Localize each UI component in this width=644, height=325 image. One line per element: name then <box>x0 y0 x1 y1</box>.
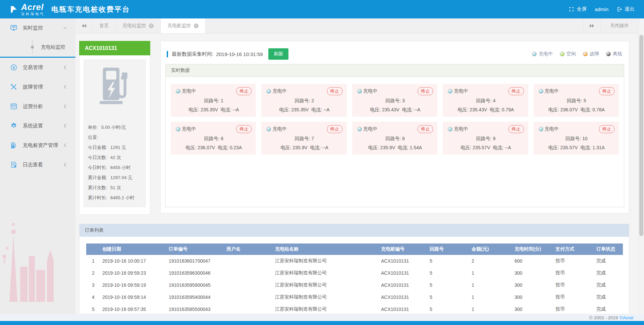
fault-icon <box>10 83 17 91</box>
cell-created-date: 2019-10-16 09:59:14 <box>100 291 167 303</box>
chevron-left-icon <box>63 85 67 89</box>
status-label: 充电中 <box>182 126 196 132</box>
cell-circuit-number: 5 <box>428 291 470 303</box>
legend-item: 故障 <box>583 51 599 57</box>
circuit-card-header: 充电中 终止 <box>266 125 342 133</box>
collect-info-row: 最新数据采集时间: 2019-10-16 10:31:59 刷新 充电中 空闲 … <box>167 48 622 60</box>
close-operations-button[interactable]: 关闭操作 <box>600 18 638 33</box>
tabbar-spacer <box>206 18 583 33</box>
terminate-button[interactable]: 终止 <box>236 87 252 95</box>
sidebar-item-realtime-monitor[interactable]: 实时监控 <box>0 18 75 37</box>
circuit-number: 回路号: 9 <box>448 136 524 142</box>
brand-link[interactable]: ©Acrel <box>620 315 633 320</box>
station-stats: 单价:5.00 小时/元 位置: 今日金额:1291 元 今日次数:42 次 今… <box>88 122 146 203</box>
table-row[interactable]: 3 2019-10-16 09:59:19 1910163595900045 江… <box>86 279 623 291</box>
cell-charge-minutes: 300 <box>513 267 553 279</box>
sidebar-item[interactable]: 日志查看 <box>0 155 75 174</box>
user-menu[interactable]: admin <box>595 6 608 12</box>
circuit-card-header: 充电中 终止 <box>176 125 252 133</box>
stat-label: 今日次数: <box>88 155 107 160</box>
cell-amount: 1 <box>470 291 513 303</box>
realtime-panel: 最新数据采集时间: 2019-10-16 10:31:59 刷新 充电中 空闲 … <box>160 41 629 213</box>
status-charging-icon <box>539 127 543 131</box>
sidebar-item-label: 交易管理 <box>23 64 43 71</box>
stat-value: 1297.04 元 <box>110 175 132 180</box>
table-row[interactable]: 1 2019-10-16 10:00:17 1910163601700047 江… <box>86 255 623 267</box>
circuit-card-header: 充电中 终止 <box>266 87 342 95</box>
fullscreen-button[interactable]: 全屏 <box>569 6 587 12</box>
cell-username <box>224 303 273 314</box>
cell-circuit-number: 5 <box>428 255 470 267</box>
circuit-measurements: 电压: 236.07V 电流: 0.78A <box>539 107 614 113</box>
sidebar-item[interactable]: 运营分析 <box>0 97 75 116</box>
cell-created-date: 2019-10-16 10:00:17 <box>100 255 167 267</box>
terminate-button[interactable]: 终止 <box>418 125 433 133</box>
refresh-button[interactable]: 刷新 <box>268 48 288 60</box>
circuit-card-header: 充电中 终止 <box>539 125 614 133</box>
terminate-button[interactable]: 终止 <box>418 87 433 95</box>
table-row[interactable]: 5 2019-10-16 09:57:35 1910163585500043 江… <box>86 303 623 314</box>
cell-station-name: 江苏安科瑞制造有限公司 <box>273 291 379 303</box>
cell-station-name: 江苏安科瑞制造有限公司 <box>273 279 379 291</box>
footer-blue-strip <box>0 321 644 325</box>
logout-button[interactable]: 退出 <box>616 6 635 12</box>
tab-bar: 首页 充电站监控 × 充电桩监控 × 关闭操作 <box>75 18 638 34</box>
table-row[interactable]: 2 2019-10-16 09:59:23 1910163596300046 江… <box>86 267 623 279</box>
sidebar-item[interactable]: 充电桩资产管理 <box>0 136 75 155</box>
cell-order-status: 完成 <box>594 291 623 303</box>
collect-time-value: 2019-10-16 10:31:59 <box>216 51 263 57</box>
fullscreen-label: 全屏 <box>577 6 587 12</box>
terminate-button[interactable]: 终止 <box>599 125 614 133</box>
cell-pile-number: ACX1010131 <box>379 279 428 291</box>
sidebar-item-label: 实时监控 <box>23 25 43 31</box>
logout-icon <box>616 6 622 12</box>
stat-label: 今日金额: <box>88 145 107 150</box>
status-icon <box>606 52 611 56</box>
circuit-measurements: 电压: 235.57V 电流: 1.31A <box>539 145 614 151</box>
sidebar-item[interactable]: 交易管理 <box>0 58 75 77</box>
status-icon <box>560 52 565 56</box>
terminate-button[interactable]: 终止 <box>236 125 252 133</box>
cell-order-status: 完成 <box>594 255 623 267</box>
cell-index: 3 <box>86 279 100 291</box>
stat-label: 今日时长: <box>88 165 107 170</box>
terminate-button[interactable]: 终止 <box>508 87 524 95</box>
terminate-button[interactable]: 终止 <box>508 125 524 133</box>
tab[interactable]: 充电桩监控 × <box>161 18 206 33</box>
tab-close-icon[interactable]: × <box>194 23 199 28</box>
chevron-left-icon <box>63 163 67 167</box>
stat-value: 6455 小时 <box>110 165 131 170</box>
tab[interactable]: 首页 <box>93 18 116 33</box>
status-charging-icon <box>357 89 362 94</box>
vertical-scrollbar[interactable] <box>638 18 644 314</box>
column-header: 创建日期 <box>100 243 167 255</box>
tab-close-icon[interactable]: × <box>149 23 154 28</box>
terminate-button[interactable]: 终止 <box>327 125 342 133</box>
cell-charge-minutes: 300 <box>513 279 553 291</box>
transaction-icon <box>10 64 17 71</box>
tabs-scroll-left-button[interactable] <box>75 18 93 33</box>
sidebar-item-label: 故障管理 <box>23 84 43 90</box>
sidebar-item-charging-station-monitor[interactable]: 充电站监控 <box>0 37 75 57</box>
cell-charge-minutes: 300 <box>513 303 553 314</box>
table-row[interactable]: 4 2019-10-16 09:59:14 1910163595400044 江… <box>86 291 623 303</box>
circuit-measurements: 电压: 235.57V 电流: --A <box>448 145 524 151</box>
stat-label: 累计金额: <box>88 175 107 180</box>
sidebar-item[interactable]: 系统设置 <box>0 116 75 136</box>
chevron-left-icon <box>63 143 67 147</box>
stat-value: 6485.2 小时 <box>110 195 135 200</box>
cell-order-number: 1910163596300046 <box>167 267 224 279</box>
cell-created-date: 2019-10-16 09:59:23 <box>100 267 167 279</box>
stat-label: 位置: <box>88 135 98 140</box>
terminate-button[interactable]: 终止 <box>327 87 342 95</box>
circuit-card-header: 充电中 终止 <box>448 87 524 95</box>
scrollbar-thumb[interactable] <box>639 35 643 236</box>
terminate-button[interactable]: 终止 <box>599 87 614 95</box>
tab[interactable]: 充电站监控 × <box>116 18 161 33</box>
cell-order-number: 1910163601700047 <box>167 255 224 267</box>
app-header: Acrel 安科瑞电气 电瓶车充电桩收费平台 全屏 admin 退出 <box>0 0 644 18</box>
circuit-number: 回路号: 1 <box>176 98 252 104</box>
chevron-left-icon <box>63 65 67 69</box>
tabs-scroll-right-button[interactable] <box>583 18 600 33</box>
sidebar-item[interactable]: 故障管理 <box>0 77 75 97</box>
